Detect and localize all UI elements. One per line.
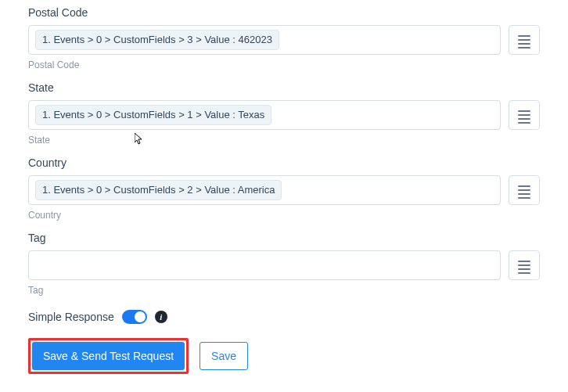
hamburger-icon bbox=[518, 261, 530, 270]
field-tag: Tag Tag bbox=[28, 232, 540, 296]
help-country: Country bbox=[28, 210, 540, 221]
chip-state[interactable]: 1. Events > 0 > CustomFields > 1 > Value… bbox=[35, 105, 271, 126]
info-icon[interactable]: i bbox=[155, 311, 167, 323]
field-country: Country 1. Events > 0 > CustomFields > 2… bbox=[28, 156, 540, 221]
menu-button-tag[interactable] bbox=[509, 250, 540, 280]
help-postal-code: Postal Code bbox=[28, 59, 540, 70]
help-state: State bbox=[28, 135, 540, 146]
toggle-handle bbox=[135, 311, 146, 322]
hamburger-icon bbox=[518, 35, 530, 45]
hamburger-icon bbox=[518, 110, 530, 120]
simple-response-label: Simple Response bbox=[28, 311, 114, 323]
simple-response-toggle[interactable] bbox=[122, 310, 147, 324]
chip-postal-code[interactable]: 1. Events > 0 > CustomFields > 3 > Value… bbox=[35, 30, 279, 51]
field-postal-code: Postal Code 1. Events > 0 > CustomFields… bbox=[28, 6, 540, 70]
simple-response-row: Simple Response i bbox=[28, 310, 540, 324]
save-button[interactable]: Save bbox=[200, 342, 248, 370]
highlight-save-send: Save & Send Test Request bbox=[28, 338, 189, 374]
save-send-test-button[interactable]: Save & Send Test Request bbox=[32, 342, 185, 370]
label-state: State bbox=[28, 81, 540, 94]
label-tag: Tag bbox=[28, 232, 540, 244]
help-tag: Tag bbox=[28, 285, 540, 296]
label-country: Country bbox=[28, 156, 540, 169]
button-row: Save & Send Test Request Save bbox=[28, 338, 540, 374]
hamburger-icon bbox=[518, 185, 530, 195]
menu-button-postal-code[interactable] bbox=[509, 25, 540, 55]
input-country[interactable]: 1. Events > 0 > CustomFields > 2 > Value… bbox=[28, 175, 501, 205]
menu-button-country[interactable] bbox=[509, 175, 540, 205]
input-state[interactable]: 1. Events > 0 > CustomFields > 1 > Value… bbox=[28, 100, 501, 130]
chip-country[interactable]: 1. Events > 0 > CustomFields > 2 > Value… bbox=[35, 180, 282, 201]
menu-button-state[interactable] bbox=[509, 100, 540, 130]
input-postal-code[interactable]: 1. Events > 0 > CustomFields > 3 > Value… bbox=[28, 25, 501, 55]
label-postal-code: Postal Code bbox=[28, 6, 540, 19]
input-tag[interactable] bbox=[28, 250, 501, 280]
field-state: State 1. Events > 0 > CustomFields > 1 >… bbox=[28, 81, 540, 146]
